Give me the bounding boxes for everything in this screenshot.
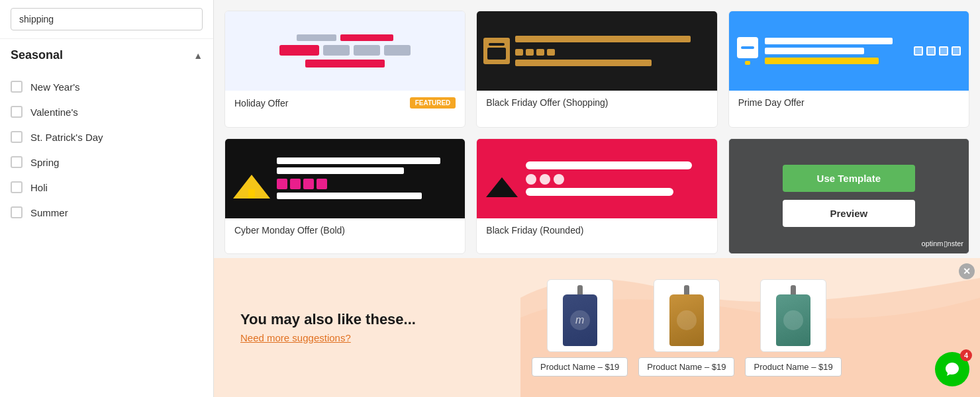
filter-item-st-patricks[interactable]: St. Patrick's Day (0, 124, 213, 150)
template-overlay: Use Template Preview optinm▯nster (729, 139, 969, 254)
template-card-cyber[interactable]: Cyber Monday Offer (Bold) (224, 138, 466, 255)
main-content: Holiday Offer FEATURED (214, 0, 980, 397)
filter-item-summer[interactable]: Summer (0, 200, 213, 225)
product-button-2[interactable]: Product Name – $19 (638, 357, 734, 376)
search-box (0, 0, 213, 39)
filter-list: New Year's Valentine's St. Patrick's Day… (0, 71, 213, 228)
product-image-3 (760, 279, 826, 352)
template-info-bf: Black Friday Offer (Shopping) (477, 91, 716, 114)
template-card-holiday[interactable]: Holiday Offer FEATURED (224, 11, 466, 128)
chat-badge: 4 (960, 349, 972, 361)
bf-icon (483, 38, 510, 64)
filter-label-valentines: Valentine's (30, 107, 78, 118)
template-thumb-cyber (225, 139, 465, 218)
template-info-holiday: Holiday Offer FEATURED (225, 91, 465, 115)
popup-heading: You may also like these... (240, 311, 492, 328)
product-card-2: Product Name – $19 (638, 279, 734, 376)
template-name-cyber: Cyber Monday Offer (Bold) (234, 225, 345, 236)
product-card-3: Product Name – $19 (745, 279, 841, 376)
filter-label-spring: Spring (30, 157, 59, 168)
checkbox-new-years[interactable] (11, 81, 23, 93)
template-name-bf: Black Friday Offer (Shopping) (486, 97, 608, 108)
template-thumb-bf (477, 11, 716, 91)
seasonal-section-title: Seasonal (11, 48, 63, 62)
template-name-holiday: Holiday Offer (234, 98, 288, 109)
chat-icon (944, 361, 960, 377)
filter-item-holi[interactable]: Holi (0, 175, 213, 200)
popup-text: You may also like these... Need more sug… (240, 311, 492, 344)
chevron-up-icon: ▲ (193, 50, 203, 61)
featured-badge: FEATURED (410, 97, 456, 109)
filter-item-valentines[interactable]: Valentine's (0, 99, 213, 124)
checkbox-spring[interactable] (11, 156, 23, 168)
checkbox-summer[interactable] (11, 206, 23, 218)
use-template-button[interactable]: Use Template (783, 165, 915, 192)
checkbox-st-patricks[interactable] (11, 131, 23, 143)
template-info-prime: Prime Day Offer (729, 91, 969, 114)
chat-button[interactable]: 4 (935, 352, 969, 386)
template-thumb-prime (729, 11, 969, 91)
filter-label-new-years: New Year's (30, 81, 80, 93)
templates-grid: Holiday Offer FEATURED (214, 0, 980, 265)
popup-background: You may also like these... Need more sug… (214, 258, 980, 397)
close-button[interactable]: ✕ (959, 263, 975, 279)
optinmonster-logo: optinm▯nster (922, 240, 963, 248)
template-thumb-holiday (225, 11, 465, 91)
template-card-bf-shopping[interactable]: Black Friday Offer (Shopping) (476, 11, 717, 128)
template-info-cyber: Cyber Monday Offer (Bold) (225, 218, 465, 242)
product-image-2 (654, 279, 720, 352)
product-button-3[interactable]: Product Name – $19 (745, 357, 841, 376)
template-name-bfr: Black Friday (Rounded) (486, 225, 583, 236)
popup-content: You may also like these... Need more sug… (214, 258, 980, 397)
filter-item-new-years[interactable]: New Year's (0, 74, 213, 99)
product-card-1: m Product Name – $19 (532, 279, 628, 376)
popup-link[interactable]: Need more suggestions? (240, 332, 351, 343)
product-cards: m Product Name – $19 (532, 279, 842, 376)
checkbox-holi[interactable] (11, 181, 23, 193)
checkbox-valentines[interactable] (11, 106, 23, 118)
product-button-1[interactable]: Product Name – $19 (532, 357, 628, 376)
template-card-overlay[interactable]: Use Template Preview optinm▯nster (728, 138, 969, 255)
template-name-prime: Prime Day Offer (738, 97, 805, 108)
template-card-prime[interactable]: Prime Day Offer (728, 11, 969, 128)
filter-label-holi: Holi (30, 182, 48, 193)
seasonal-section-header[interactable]: Seasonal ▲ (0, 39, 213, 71)
product-image-1: m (547, 279, 613, 352)
filter-label-summer: Summer (30, 207, 68, 218)
preview-button[interactable]: Preview (783, 200, 915, 227)
filter-label-st-patricks: St. Patrick's Day (30, 132, 103, 143)
template-card-bfr[interactable]: Black Friday (Rounded) (476, 138, 717, 255)
search-input[interactable] (11, 8, 203, 30)
template-info-bfr: Black Friday (Rounded) (477, 218, 716, 242)
sidebar: Seasonal ▲ New Year's Valentine's St. Pa… (0, 0, 214, 397)
filter-item-spring[interactable]: Spring (0, 150, 213, 175)
template-thumb-bfr (477, 139, 716, 218)
popup-overlay: You may also like these... Need more sug… (214, 258, 980, 397)
